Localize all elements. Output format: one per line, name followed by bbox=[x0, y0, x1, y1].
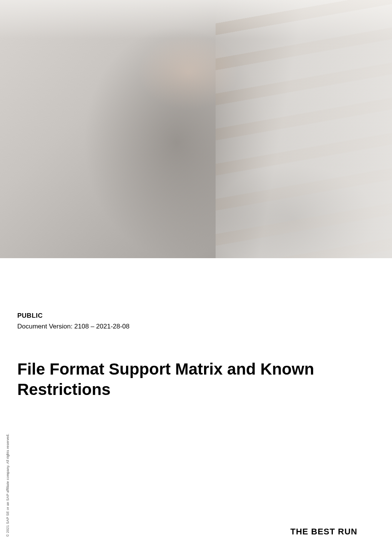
document-version: Document Version: 2108 – 2021-28-08 bbox=[17, 323, 375, 330]
content-area: PUBLIC Document Version: 2108 – 2021-28-… bbox=[0, 258, 392, 400]
classification-label: PUBLIC bbox=[17, 312, 375, 320]
document-title: File Format Support Matrix and Known Res… bbox=[17, 359, 344, 400]
brand-tagline: THE BEST RUN bbox=[290, 527, 357, 537]
copyright-notice: © 2021 SAP SE or an SAP affiliate compan… bbox=[6, 434, 10, 537]
hero-image bbox=[0, 0, 392, 258]
